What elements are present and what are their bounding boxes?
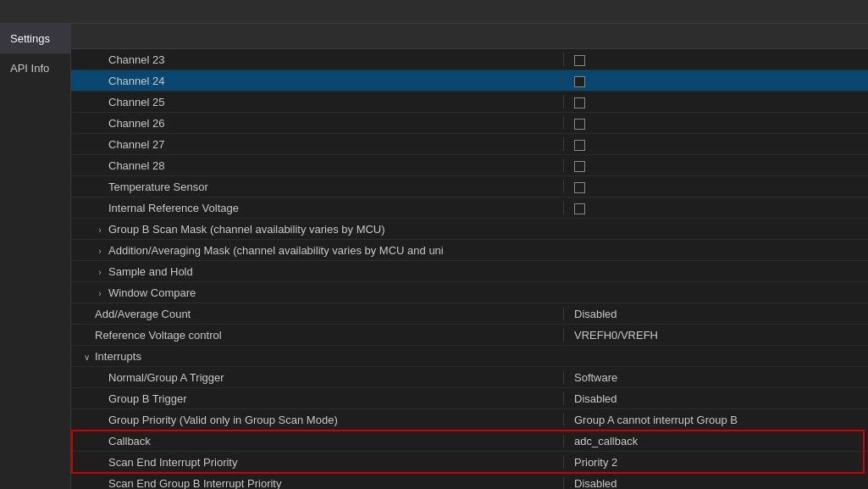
table-row[interactable]: ›Addition/Averaging Mask (channel availa…	[71, 240, 868, 261]
table-header	[71, 24, 868, 49]
table-row[interactable]: ›Sample and Hold	[71, 261, 868, 282]
row-value: Disabled	[563, 477, 868, 490]
main-container: SettingsAPI Info Channel 23Channel 24Cha…	[0, 24, 868, 489]
checkbox[interactable]	[574, 161, 585, 172]
row-property: Normal/Group A Trigger	[71, 371, 563, 384]
checkbox[interactable]	[574, 76, 585, 87]
row-property: Channel 23	[71, 53, 563, 66]
checkbox[interactable]	[574, 119, 585, 130]
row-value: Software	[563, 371, 868, 384]
table-row[interactable]: Reference Voltage controlVREFH0/VREFH	[71, 325, 868, 346]
row-property: Channel 25	[71, 96, 563, 108]
row-property: Channel 26	[71, 117, 563, 130]
table-row[interactable]: Channel 23	[71, 49, 868, 70]
table-row[interactable]: Internal Reference Voltage	[71, 197, 868, 219]
content-area: Channel 23Channel 24Channel 25Channel 26…	[71, 24, 868, 489]
table-row[interactable]: Group B TriggerDisabled	[71, 388, 868, 409]
row-property: Temperature Sensor	[71, 181, 563, 193]
table-row[interactable]: ∨Interrupts	[71, 346, 868, 367]
expand-icon[interactable]: ›	[95, 289, 105, 299]
sidebar-item-api-info[interactable]: API Info	[0, 53, 70, 83]
row-property: Reference Voltage control	[71, 329, 563, 342]
checkbox[interactable]	[574, 97, 585, 108]
table-row[interactable]: Scan End Interrupt PriorityPriority 2	[71, 452, 868, 473]
title-bar	[0, 0, 868, 24]
row-property: Add/Average Count	[71, 308, 563, 320]
sidebar: SettingsAPI Info	[0, 24, 71, 489]
table-row[interactable]: Channel 27	[71, 134, 868, 155]
collapse-icon[interactable]: ∨	[81, 353, 91, 363]
row-value	[563, 201, 868, 214]
checkbox[interactable]	[574, 182, 585, 193]
table-row[interactable]: Group Priority (Valid only in Group Scan…	[71, 409, 868, 431]
row-value	[563, 158, 868, 171]
row-value: Priority 2	[563, 456, 868, 469]
row-value: Disabled	[563, 308, 868, 320]
table-row[interactable]: Channel 24	[71, 70, 868, 92]
table-body[interactable]: Channel 23Channel 24Channel 25Channel 26…	[71, 49, 868, 489]
expand-icon[interactable]: ›	[95, 225, 105, 236]
table-row[interactable]: Channel 28	[71, 155, 868, 176]
row-property: Callback	[71, 435, 563, 447]
table-row[interactable]: Add/Average CountDisabled	[71, 303, 868, 325]
row-value	[563, 95, 868, 108]
row-property: ›Addition/Averaging Mask (channel availa…	[71, 244, 563, 257]
row-value: adc_callback	[563, 435, 868, 447]
row-property: ›Sample and Hold	[71, 265, 563, 278]
row-property: ›Group B Scan Mask (channel availability…	[71, 223, 563, 236]
row-property: Channel 27	[71, 138, 563, 151]
table-row[interactable]: ›Group B Scan Mask (channel availability…	[71, 219, 868, 240]
row-value	[563, 137, 868, 150]
table-row[interactable]: Temperature Sensor	[71, 176, 868, 197]
row-property: ∨Interrupts	[71, 350, 563, 363]
table-row[interactable]: Callbackadc_callback	[71, 431, 868, 452]
checkbox[interactable]	[574, 140, 585, 151]
row-property: Scan End Interrupt Priority	[71, 456, 563, 469]
row-property: Internal Reference Voltage	[71, 202, 563, 214]
table-row[interactable]: Channel 25	[71, 92, 868, 113]
row-value: Group A cannot interrupt Group B	[563, 414, 868, 426]
table-row[interactable]: ›Window Compare	[71, 282, 868, 303]
checkbox[interactable]	[574, 203, 585, 214]
row-property: Group B Trigger	[71, 392, 563, 405]
table-row[interactable]: Channel 26	[71, 113, 868, 134]
row-value	[563, 74, 868, 86]
table-row[interactable]: Normal/Group A TriggerSoftware	[71, 367, 868, 388]
row-property: Channel 24	[71, 75, 563, 87]
row-value	[563, 116, 868, 129]
sidebar-item-settings[interactable]: Settings	[0, 24, 70, 53]
row-value: Disabled	[563, 392, 868, 405]
row-property: Channel 28	[71, 159, 563, 172]
row-value	[563, 180, 868, 192]
expand-icon[interactable]: ›	[95, 247, 105, 257]
table-row[interactable]: Scan End Group B Interrupt PriorityDisab…	[71, 473, 868, 489]
checkbox[interactable]	[574, 55, 585, 66]
expand-icon[interactable]: ›	[95, 268, 105, 278]
row-value: VREFH0/VREFH	[563, 329, 868, 342]
row-property: Group Priority (Valid only in Group Scan…	[71, 414, 563, 426]
row-property: ›Window Compare	[71, 286, 563, 299]
row-value	[563, 53, 868, 65]
row-property: Scan End Group B Interrupt Priority	[71, 477, 563, 490]
